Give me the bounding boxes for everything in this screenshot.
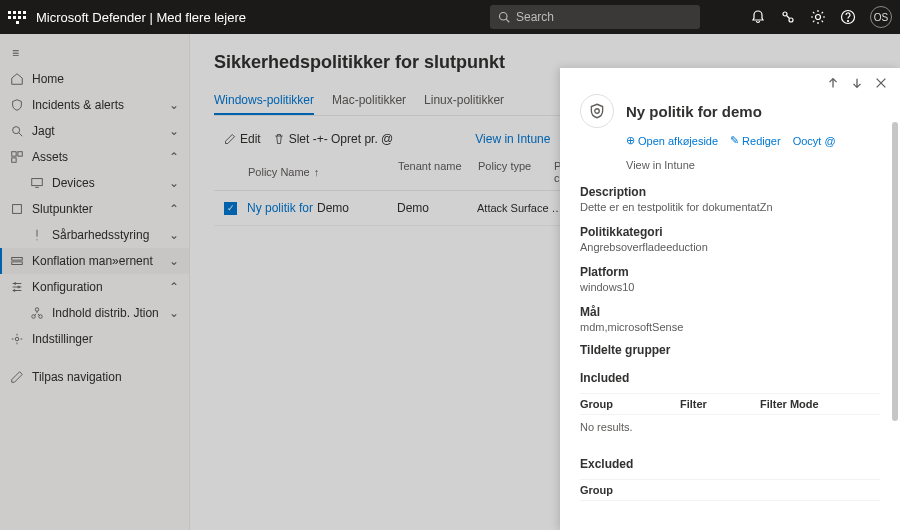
sidebar-label: Home bbox=[32, 72, 64, 86]
sidebar-item-incidents[interactable]: Incidents & alerts⌄ bbox=[0, 92, 189, 118]
description-heading: Description bbox=[580, 185, 880, 199]
platform-value: windows10 bbox=[580, 281, 880, 293]
sidebar-item-configmgmt[interactable]: Konflation man»ernent⌄ bbox=[0, 248, 189, 274]
avatar[interactable]: OS bbox=[870, 6, 892, 28]
help-icon[interactable] bbox=[840, 9, 856, 25]
svg-rect-11 bbox=[32, 179, 43, 186]
svg-point-21 bbox=[15, 337, 19, 341]
cell-demo: Demo bbox=[317, 201, 397, 215]
pencil-icon bbox=[10, 370, 24, 384]
col-group: Group bbox=[580, 398, 680, 410]
button-label: Edit bbox=[240, 132, 261, 146]
svg-point-6 bbox=[848, 21, 849, 22]
sidebar-label: Konflation man»ernent bbox=[32, 254, 153, 268]
col-type[interactable]: Policy type bbox=[478, 160, 554, 184]
sidebar-label: Tilpas navigation bbox=[32, 370, 122, 384]
home-icon bbox=[10, 72, 24, 86]
delete-create-button[interactable]: Slet -+- Opret pr. @ bbox=[273, 132, 394, 146]
tab-mac[interactable]: Mac-politikker bbox=[332, 87, 406, 115]
search-input[interactable]: Search bbox=[490, 5, 700, 29]
svg-rect-13 bbox=[12, 258, 23, 261]
sidebar-item-vuln[interactable]: Sårbarhedsstyring⌄ bbox=[0, 222, 189, 248]
cell-type: Attack Surface Red... bbox=[477, 202, 567, 214]
device-icon bbox=[30, 176, 44, 190]
panel-scrollbar[interactable] bbox=[892, 122, 898, 520]
sort-up-icon: ↑ bbox=[314, 166, 320, 178]
sidebar-item-endpoints[interactable]: Slutpunkter⌃ bbox=[0, 196, 189, 222]
svg-point-3 bbox=[789, 18, 793, 22]
sidebar-label: Devices bbox=[52, 176, 95, 190]
svg-rect-12 bbox=[13, 205, 22, 214]
sidebar-item-settings[interactable]: Indstillinger bbox=[0, 326, 189, 352]
tab-linux[interactable]: Linux-politikker bbox=[424, 87, 504, 115]
waffle-icon[interactable] bbox=[8, 8, 26, 26]
col-filtermode: Filter Mode bbox=[760, 398, 840, 410]
panel-actions: ⊕ Open afkøjeside ✎ Rediger Oocyt @ View… bbox=[626, 134, 880, 171]
sidebar-item-dist[interactable]: Indhold distrib. Jtion⌄ bbox=[0, 300, 189, 326]
sidebar-label: Indstillinger bbox=[32, 332, 93, 346]
search-placeholder: Search bbox=[516, 10, 554, 24]
bell-icon[interactable] bbox=[750, 9, 766, 25]
chevron-down-icon: ⌄ bbox=[169, 306, 179, 320]
sidebar-item-devices[interactable]: Devices⌄ bbox=[0, 170, 189, 196]
gear-icon[interactable] bbox=[810, 9, 826, 25]
config-icon bbox=[10, 254, 24, 268]
svg-line-1 bbox=[506, 19, 509, 22]
included-heading: Included bbox=[580, 371, 880, 385]
oocyt-action[interactable]: Oocyt @ bbox=[793, 134, 836, 147]
details-panel: Ny politik for demo ⊕ Open afkøjeside ✎ … bbox=[560, 68, 900, 530]
sidebar-label: Konfiguration bbox=[32, 280, 103, 294]
row-checkbox[interactable] bbox=[224, 202, 237, 215]
chevron-down-icon: ⌄ bbox=[169, 254, 179, 268]
policy-shield-icon bbox=[580, 94, 614, 128]
shield-icon bbox=[10, 98, 24, 112]
sidebar-item-home[interactable]: Home bbox=[0, 66, 189, 92]
edit-action[interactable]: ✎ Rediger bbox=[730, 134, 781, 147]
sidebar-item-configuration[interactable]: Konfiguration⌃ bbox=[0, 274, 189, 300]
chevron-down-icon: ⌄ bbox=[169, 98, 179, 112]
view-intune-link[interactable]: View in Intune bbox=[475, 132, 550, 146]
close-icon[interactable] bbox=[874, 76, 888, 90]
svg-rect-9 bbox=[18, 152, 22, 156]
included-no-results: No results. bbox=[580, 415, 880, 443]
col-group: Group bbox=[580, 484, 680, 496]
sliders-icon bbox=[10, 280, 24, 294]
cell-name[interactable]: Ny politik for bbox=[247, 201, 317, 215]
sidebar-label: Incidents & alerts bbox=[32, 98, 124, 112]
sidebar-item-assets[interactable]: Assets⌃ bbox=[0, 144, 189, 170]
sidebar-label: Assets bbox=[32, 150, 68, 164]
svg-rect-10 bbox=[12, 158, 16, 162]
trash-icon bbox=[273, 133, 285, 145]
platform-heading: Platform bbox=[580, 265, 880, 279]
search-icon bbox=[498, 11, 510, 23]
open-page-action[interactable]: ⊕ Open afkøjeside bbox=[626, 134, 718, 147]
arrow-up-icon[interactable] bbox=[826, 76, 840, 90]
endpoint-icon bbox=[10, 202, 24, 216]
gear-icon bbox=[10, 332, 24, 346]
target-heading: Mål bbox=[580, 305, 880, 319]
tab-windows[interactable]: Windows-politikker bbox=[214, 87, 314, 115]
svg-point-7 bbox=[13, 127, 20, 134]
arrow-down-icon[interactable] bbox=[850, 76, 864, 90]
edit-button[interactable]: Edit bbox=[224, 132, 261, 146]
sidebar-item-customize[interactable]: Tilpas navigation bbox=[0, 364, 189, 390]
svg-point-0 bbox=[500, 13, 508, 21]
included-table-header: Group Filter Filter Mode bbox=[580, 393, 880, 415]
hunt-icon bbox=[10, 124, 24, 138]
chevron-up-icon: ⌃ bbox=[169, 280, 179, 294]
assigned-heading: Tildelte grupper bbox=[580, 343, 880, 357]
sidebar-item-hunt[interactable]: Jagt⌄ bbox=[0, 118, 189, 144]
col-name[interactable]: Policy Name ↑ bbox=[248, 160, 398, 184]
svg-point-18 bbox=[35, 308, 39, 312]
col-tenant[interactable]: Tenant name bbox=[398, 160, 478, 184]
col-filter: Filter bbox=[680, 398, 760, 410]
svg-point-2 bbox=[783, 12, 787, 16]
connect-icon[interactable] bbox=[780, 9, 796, 25]
dist-icon bbox=[30, 306, 44, 320]
collapse-nav-icon[interactable]: ≡ bbox=[0, 40, 189, 66]
sidebar: ≡ Home Incidents & alerts⌄ Jagt⌄ Assets⌃… bbox=[0, 34, 190, 530]
description-value: Dette er en testpolitik for dokumentatZn bbox=[580, 201, 880, 213]
view-intune-action[interactable]: View in Intune bbox=[626, 159, 695, 171]
assets-icon bbox=[10, 150, 24, 164]
excluded-heading: Excluded bbox=[580, 457, 880, 471]
